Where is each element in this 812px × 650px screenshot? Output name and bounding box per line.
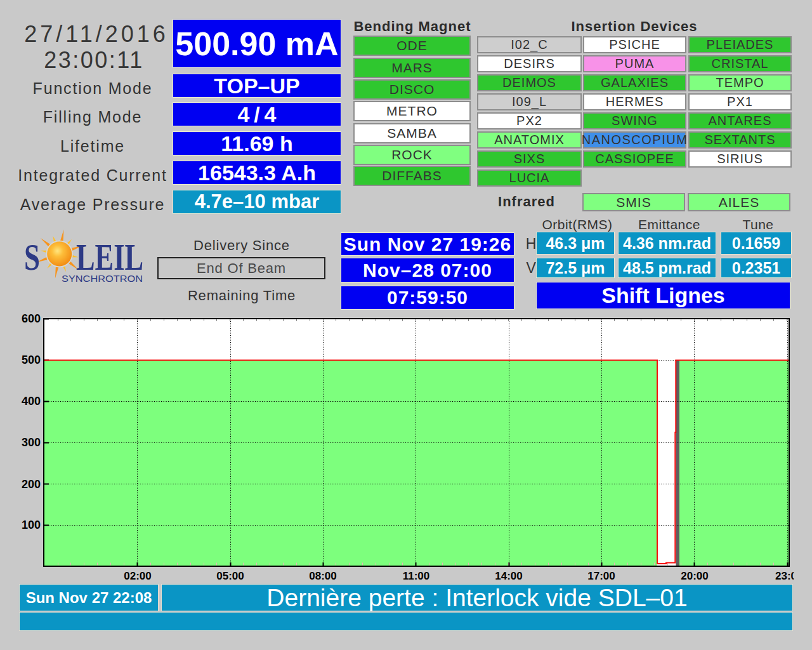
svg-text:S: S [24, 236, 40, 278]
svg-text:LEIL: LEIL [76, 236, 143, 278]
svg-text:SYNCHROTRON: SYNCHROTRON [62, 273, 143, 284]
